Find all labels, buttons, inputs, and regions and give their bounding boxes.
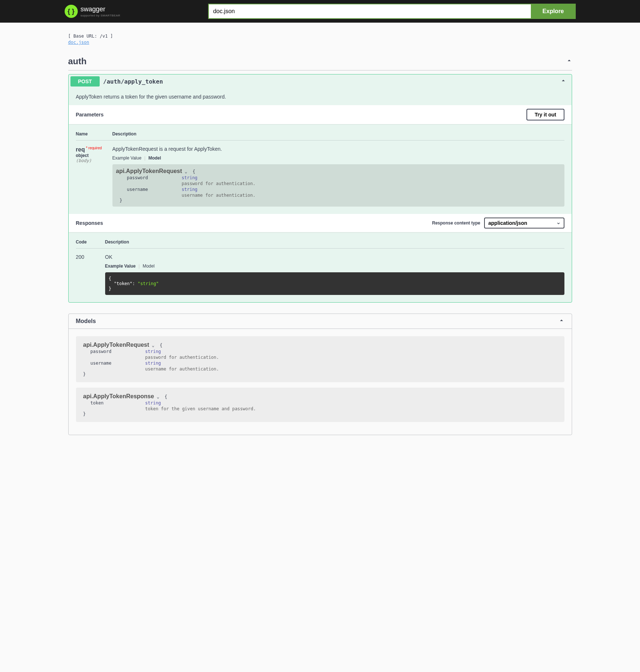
models-header[interactable]: Models [69,314,572,329]
tag-name: auth [68,56,87,66]
method-badge-post: POST [70,76,100,87]
response-description: OK [105,254,564,260]
param-name: req [76,146,85,153]
model-name: api.ApplyTokenRequest [116,168,182,174]
param-in: (body) [76,158,112,163]
column-description-header: Description [112,131,564,137]
swagger-logo-icon: { } [65,5,78,18]
prop-type: string [182,187,198,192]
response-code: 200 [76,254,105,295]
prop-type: string [145,361,161,366]
model-name: api.ApplyTokenResponse [83,393,154,399]
prop-type: string [145,400,161,406]
required-marker: required [85,146,101,150]
model-item-request: api.ApplyTokenRequest ⌄ { passwordstring… [76,336,564,382]
model-item-response: api.ApplyTokenResponse ⌄ { tokenstring t… [76,388,564,422]
operation-block: POST /auth/apply_token ApplyToken return… [68,74,572,303]
prop-name: username [127,187,182,192]
explore-button[interactable]: Explore [531,4,576,19]
chevron-up-icon [557,78,570,85]
prop-description: password for authentication. [116,181,561,186]
prop-type: string [182,175,198,180]
param-type: object [76,153,112,158]
operation-description: ApplyToken returns a token for the given… [69,88,572,105]
prop-description: username for authentication. [83,366,557,372]
param-description: ApplyTokenRequest is a request for Apply… [112,146,564,152]
api-info: [ Base URL: /v1 ] doc.json [61,23,579,49]
model-tab[interactable]: Model [148,155,161,161]
logo-text: swagger [81,5,120,13]
model-schema-box: api.ApplyTokenRequest ⌄ { passwordstring… [112,164,564,207]
topbar: { } swagger supported by SMARTBEAR Explo… [0,0,640,23]
response-content-type-label: Response content type [432,220,480,226]
response-content-type-select[interactable]: application/json [484,218,564,229]
chevron-up-icon [559,318,564,325]
spec-url-input[interactable] [208,4,531,19]
prop-description: password for authentication. [83,355,557,360]
parameters-header: Parameters Try it out [69,105,572,124]
chevron-down-icon[interactable]: ⌄ [157,394,159,399]
chevron-up-icon [566,58,572,65]
operation-path: /auth/apply_token [103,78,163,85]
model-name: api.ApplyTokenRequest [83,342,149,348]
chevron-down-icon[interactable]: ⌄ [185,169,187,174]
parameters-title: Parameters [76,112,104,118]
operation-summary[interactable]: POST /auth/apply_token [69,74,572,88]
prop-description: token for the given username and passwor… [83,406,557,411]
prop-name: username [91,361,145,366]
prop-name: password [127,175,182,180]
doc-json-link[interactable]: doc.json [68,40,89,45]
base-url: [ Base URL: /v1 ] [68,34,572,39]
responses-title: Responses [76,220,103,226]
prop-name: password [91,349,145,354]
model-tab[interactable]: Model [143,264,155,269]
models-section: Models api.ApplyTokenRequest ⌄ { passwor… [68,314,572,435]
responses-header: Responses Response content type applicat… [69,214,572,232]
try-it-out-button[interactable]: Try it out [526,109,564,120]
swagger-logo[interactable]: { } swagger supported by SMARTBEAR [65,5,120,18]
prop-name: token [91,400,145,406]
example-value-tab[interactable]: Example Value [105,264,136,269]
column-name-header: Name [76,131,112,137]
response-row: 200 OK Example Value | Model { "token": … [76,254,564,295]
description-column-header: Description [105,239,564,245]
code-column-header: Code [76,239,105,245]
parameter-row: reqrequired object (body) ApplyTokenRequ… [76,146,564,207]
models-title: Models [76,318,96,325]
tag-auth-header[interactable]: auth [68,49,572,70]
prop-description: username for authentication. [116,193,561,198]
chevron-down-icon[interactable]: ⌄ [152,343,154,348]
prop-type: string [145,349,161,354]
response-example-box: { "token": "string" } [105,272,564,295]
logo-subtext: supported by SMARTBEAR [81,14,120,17]
example-value-tab[interactable]: Example Value [112,155,142,161]
